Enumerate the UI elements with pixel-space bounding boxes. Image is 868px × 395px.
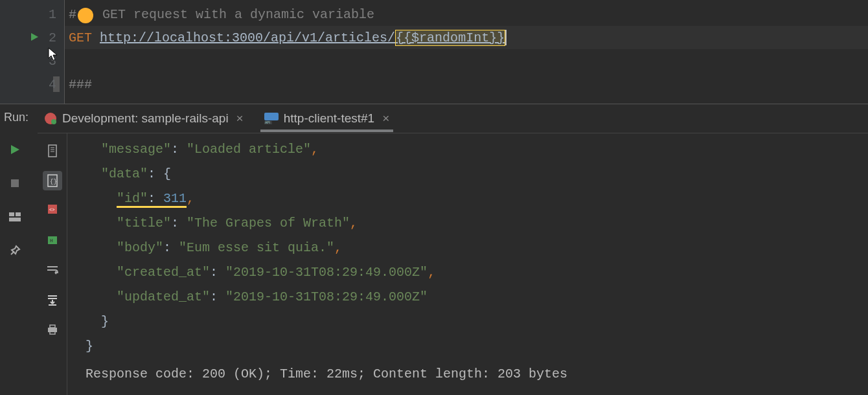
tab-development[interactable]: Development: sample-rails-api ×	[40, 107, 247, 130]
line-number: 1	[0, 3, 64, 26]
layout-button[interactable]	[5, 207, 25, 227]
svg-rect-3	[9, 212, 14, 216]
svg-rect-2	[11, 179, 19, 187]
comment-text: GET request with a dynamic variable	[95, 7, 374, 22]
editor-content[interactable]: # GET request with a dynamic variable GE…	[65, 0, 868, 104]
svg-marker-0	[31, 33, 38, 41]
svg-rect-22	[48, 328, 57, 332]
svg-rect-5	[9, 218, 21, 221]
editor-gutter: 1 2 3 4	[0, 0, 65, 104]
code-line[interactable]: GET http://localhost:3000/api/v1/article…	[65, 26, 868, 49]
run-toolbar-left	[0, 124, 30, 395]
svg-text:{}: {}	[50, 179, 57, 185]
dynamic-variable[interactable]: {{$randomInt}}	[395, 30, 505, 46]
history-button[interactable]: H	[43, 231, 62, 250]
output-toolbar: {} <> H	[38, 133, 67, 395]
http-icon: API	[264, 113, 279, 124]
response-output[interactable]: "message": "Loaded article", "data": { "…	[67, 133, 868, 395]
lightbulb-icon[interactable]	[78, 8, 93, 23]
line-number: 3	[0, 49, 64, 73]
close-icon[interactable]: ×	[236, 111, 244, 126]
svg-text:API: API	[265, 120, 270, 124]
pin-button[interactable]	[5, 241, 25, 260]
svg-marker-1	[11, 145, 19, 154]
tab-label: Development: sample-rails-api	[62, 111, 229, 126]
svg-rect-11	[49, 145, 56, 157]
rails-icon	[44, 112, 57, 125]
svg-rect-4	[16, 212, 21, 216]
run-label: Run:	[0, 104, 38, 124]
scroll-end-button[interactable]	[43, 290, 62, 310]
code-line[interactable]	[65, 49, 868, 73]
editor-area: 1 2 3 4 # GET request with a dynamic var…	[0, 0, 868, 104]
run-marker-icon[interactable]	[30, 30, 39, 45]
separator-text: ###	[69, 77, 92, 92]
svg-rect-8	[264, 113, 279, 120]
scroll-top-button[interactable]	[43, 141, 62, 161]
svg-text:H: H	[50, 238, 53, 243]
response-status: Response code: 200 (OK); Time: 22ms; Con…	[67, 359, 868, 381]
svg-rect-23	[50, 325, 55, 328]
json-response: "message": "Loaded article", "data": { "…	[67, 133, 868, 359]
line-number: 4	[0, 73, 64, 96]
http-method: GET	[69, 30, 92, 45]
caret-icon	[505, 30, 507, 45]
svg-text:<>: <>	[49, 207, 54, 212]
tab-http-client[interactable]: API http-client-test#1 ×	[260, 107, 394, 130]
line-number: 2	[0, 26, 64, 49]
code-line[interactable]: ###	[65, 73, 868, 96]
run-panel: Run: Development: sample-rails-api ×	[0, 104, 868, 395]
comment-text: #	[69, 7, 76, 22]
run-tabs: Development: sample-rails-api × API http…	[38, 104, 868, 133]
tab-label: http-client-test#1	[284, 111, 374, 126]
stop-button[interactable]	[5, 174, 25, 193]
json-view-button[interactable]: {}	[43, 171, 62, 190]
code-line[interactable]: # GET request with a dynamic variable	[65, 3, 868, 26]
print-button[interactable]	[43, 320, 62, 339]
http-url[interactable]: http://localhost:3000/api/v1/articles/	[100, 30, 395, 45]
soft-wrap-button[interactable]	[43, 260, 62, 280]
rerun-button[interactable]	[5, 140, 25, 159]
html-view-button[interactable]: <>	[43, 201, 62, 220]
svg-point-7	[51, 119, 56, 124]
svg-rect-24	[50, 331, 55, 334]
close-icon[interactable]: ×	[382, 111, 389, 126]
